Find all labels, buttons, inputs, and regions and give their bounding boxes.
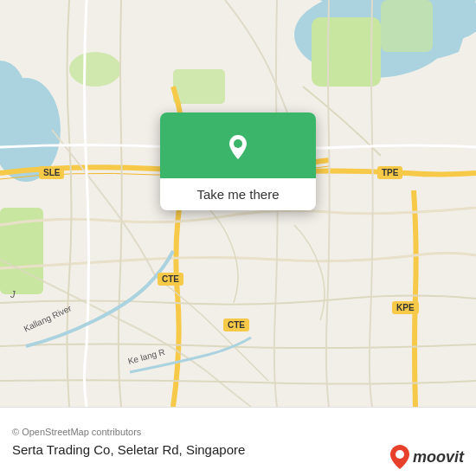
bottom-bar: © OpenStreetMap contributors Serta Tradi… bbox=[0, 407, 476, 476]
moovit-logo: moovit bbox=[390, 445, 464, 469]
map-container: SLE CTE CTE TPE KPE J Kallang River Ke l… bbox=[0, 0, 476, 407]
label-j: J bbox=[10, 289, 16, 299]
moovit-pin-icon bbox=[390, 445, 409, 469]
svg-rect-5 bbox=[312, 17, 381, 87]
highway-label-tpe: TPE bbox=[377, 166, 402, 179]
svg-rect-8 bbox=[173, 69, 225, 104]
attribution-text: © OpenStreetMap contributors bbox=[12, 427, 464, 437]
svg-point-9 bbox=[69, 52, 121, 87]
highway-label-sle: SLE bbox=[39, 166, 64, 179]
moovit-label: moovit bbox=[413, 448, 464, 466]
svg-point-12 bbox=[396, 450, 404, 459]
location-pin-icon bbox=[219, 128, 257, 166]
svg-rect-6 bbox=[381, 0, 433, 52]
highway-label-kpe: KPE bbox=[392, 301, 419, 314]
popup-card: Take me there bbox=[160, 113, 316, 210]
highway-label-cte1: CTE bbox=[158, 273, 183, 286]
highway-label-cte2: CTE bbox=[223, 318, 249, 331]
svg-point-11 bbox=[234, 139, 242, 148]
popup-green-header bbox=[160, 113, 316, 178]
popup-button[interactable]: Take me there bbox=[160, 178, 316, 210]
